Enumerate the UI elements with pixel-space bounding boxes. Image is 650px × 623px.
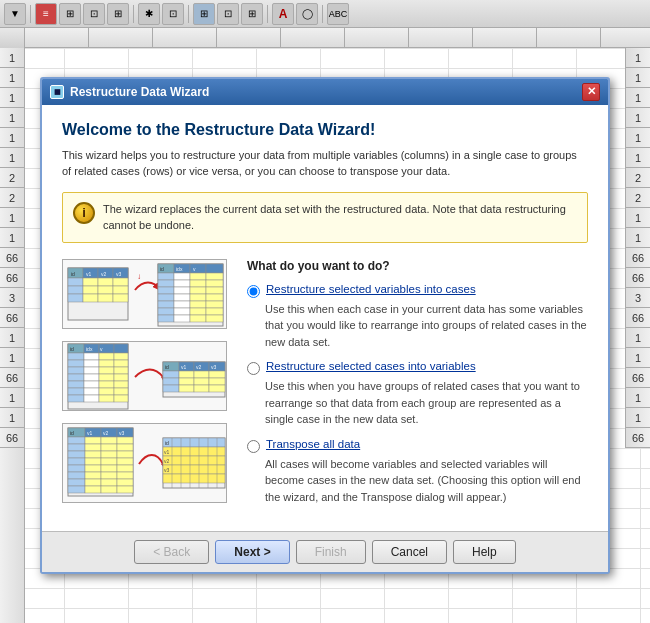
svg-rect-75 xyxy=(84,360,99,367)
svg-text:v1: v1 xyxy=(181,364,187,370)
svg-text:v1: v1 xyxy=(87,430,93,436)
illustration-2: id idx v xyxy=(62,341,227,411)
option-2-container: Restructure selected cases into variable… xyxy=(247,360,588,428)
illustration-2-svg: id idx v xyxy=(63,342,227,411)
dialog-body: Welcome to the Restructure Data Wizard! … xyxy=(42,105,608,532)
option-3-container: Transpose all data All cases will become… xyxy=(247,438,588,506)
svg-rect-162 xyxy=(117,486,133,493)
svg-rect-161 xyxy=(101,486,117,493)
finish-button[interactable]: Finish xyxy=(296,540,366,564)
toolbar-icon-3[interactable]: ⊞ xyxy=(59,3,81,25)
svg-rect-149 xyxy=(101,465,117,472)
toolbar-icon-11[interactable]: A xyxy=(272,3,294,25)
svg-rect-71 xyxy=(84,353,99,360)
svg-rect-37 xyxy=(158,280,174,287)
option-1-container: Restructure selected variables into case… xyxy=(247,283,588,351)
svg-rect-109 xyxy=(163,371,179,378)
svg-rect-6 xyxy=(68,278,83,286)
toolbar-separator-4 xyxy=(267,5,268,23)
svg-rect-29 xyxy=(206,264,223,273)
svg-rect-135 xyxy=(68,444,85,451)
svg-rect-92 xyxy=(99,388,114,395)
svg-rect-45 xyxy=(158,294,174,301)
help-button[interactable]: Help xyxy=(453,540,516,564)
svg-rect-110 xyxy=(179,371,194,378)
svg-rect-143 xyxy=(68,458,85,465)
svg-rect-93 xyxy=(114,388,128,395)
option-2-label[interactable]: Restructure selected cases into variable… xyxy=(247,360,588,375)
toolbar-icon-7[interactable]: ⊡ xyxy=(162,3,184,25)
svg-text:idx: idx xyxy=(176,266,183,272)
toolbar-icon-10[interactable]: ⊞ xyxy=(241,3,263,25)
toolbar-icon-6[interactable]: ✱ xyxy=(138,3,160,25)
svg-rect-87 xyxy=(84,381,99,388)
svg-text:v2: v2 xyxy=(196,364,202,370)
toolbar-icon-4[interactable]: ⊡ xyxy=(83,3,105,25)
svg-rect-139 xyxy=(68,451,85,458)
svg-rect-97 xyxy=(114,395,128,402)
dialog-title-left: ▦ Restructure Data Wizard xyxy=(50,85,209,99)
svg-rect-95 xyxy=(84,395,99,402)
dialog-footer: < Back Next > Finish Cancel Help xyxy=(42,531,608,572)
svg-rect-112 xyxy=(209,371,225,378)
svg-rect-119 xyxy=(194,385,209,392)
toolbar-icon-1[interactable]: ▼ xyxy=(4,3,26,25)
svg-rect-59 xyxy=(190,315,206,322)
svg-rect-111 xyxy=(194,371,209,378)
toolbar-separator-3 xyxy=(188,5,189,23)
svg-rect-113 xyxy=(163,378,179,385)
toolbar-separator-5 xyxy=(322,5,323,23)
svg-rect-40 xyxy=(206,280,223,287)
toolbar-icon-12[interactable]: ◯ xyxy=(296,3,318,25)
cancel-button[interactable]: Cancel xyxy=(372,540,447,564)
svg-rect-13 xyxy=(113,286,128,294)
svg-rect-145 xyxy=(101,458,117,465)
svg-rect-148 xyxy=(85,465,101,472)
option-2-desc: Use this when you have groups of related… xyxy=(265,378,588,428)
svg-rect-90 xyxy=(68,388,84,395)
toolbar-icon-5[interactable]: ⊞ xyxy=(107,3,129,25)
svg-rect-10 xyxy=(68,286,83,294)
toolbar-icon-13[interactable]: ABC xyxy=(327,3,349,25)
illustration-3-svg: id v1 v2 v3 xyxy=(63,424,227,503)
svg-rect-158 xyxy=(117,479,133,486)
back-button[interactable]: < Back xyxy=(134,540,209,564)
illustrations-column: id v1 v2 v3 ↓ xyxy=(62,259,227,516)
svg-rect-57 xyxy=(158,315,174,322)
toolbar-icon-9[interactable]: ⊡ xyxy=(217,3,239,25)
svg-rect-86 xyxy=(68,381,84,388)
svg-text:v3: v3 xyxy=(211,364,217,370)
next-button[interactable]: Next > xyxy=(215,540,289,564)
svg-rect-157 xyxy=(101,479,117,486)
option-2-radio[interactable] xyxy=(247,362,260,375)
dialog-title-text: Restructure Data Wizard xyxy=(70,85,209,99)
option-3-desc: All cases will become variables and sele… xyxy=(265,456,588,506)
svg-rect-96 xyxy=(99,395,114,402)
option-3-label[interactable]: Transpose all data xyxy=(247,438,588,453)
svg-rect-33 xyxy=(158,273,174,280)
option-3-radio[interactable] xyxy=(247,440,260,453)
svg-rect-60 xyxy=(206,315,223,322)
svg-rect-16 xyxy=(98,294,113,302)
toolbar-icon-8[interactable]: ⊞ xyxy=(193,3,215,25)
close-button[interactable]: ✕ xyxy=(582,83,600,101)
svg-text:v3: v3 xyxy=(116,271,122,277)
svg-text:id: id xyxy=(70,346,74,352)
svg-rect-94 xyxy=(68,395,84,402)
svg-rect-169 xyxy=(163,465,225,474)
svg-text:v2: v2 xyxy=(101,271,107,277)
svg-text:id: id xyxy=(165,364,169,370)
toolbar-icon-2[interactable]: ≡ xyxy=(35,3,57,25)
option-1-label[interactable]: Restructure selected variables into case… xyxy=(247,283,588,298)
option-1-radio[interactable] xyxy=(247,285,260,298)
svg-rect-55 xyxy=(190,308,206,315)
svg-rect-11 xyxy=(83,286,98,294)
svg-text:id: id xyxy=(71,271,75,277)
svg-rect-41 xyxy=(158,287,174,294)
svg-rect-114 xyxy=(179,378,194,385)
options-area: id v1 v2 v3 ↓ xyxy=(62,259,588,516)
svg-rect-146 xyxy=(117,458,133,465)
svg-text:v3: v3 xyxy=(119,430,125,436)
svg-rect-46 xyxy=(174,294,190,301)
svg-rect-156 xyxy=(85,479,101,486)
